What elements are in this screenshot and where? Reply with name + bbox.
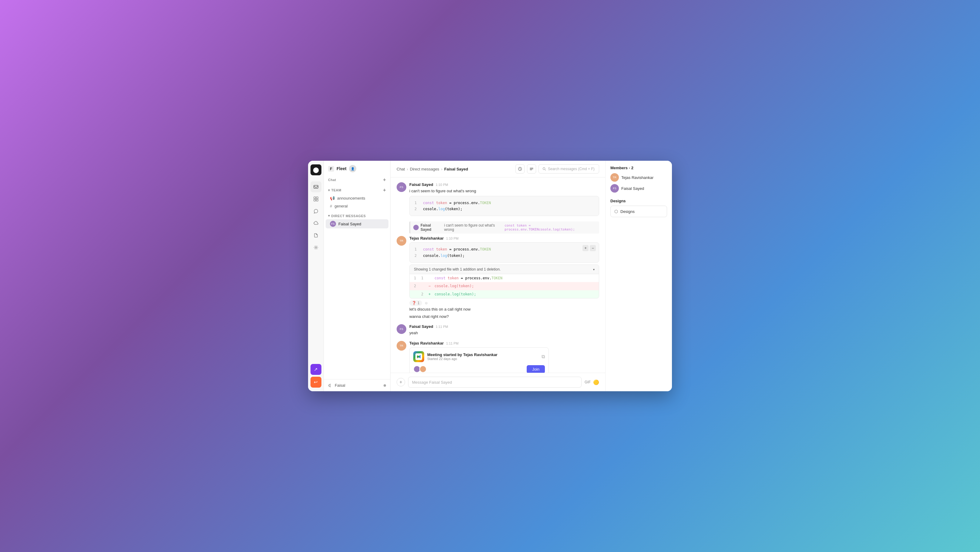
faisal-avatar-2: FS <box>397 324 406 334</box>
plus-btn[interactable]: + <box>582 245 589 251</box>
msg3-text: yeah <box>409 330 599 336</box>
msg4-time: 1:11 PM <box>446 342 458 345</box>
reaction-icon: ❓ <box>412 301 416 305</box>
message-input-field[interactable]: Message Faisal Sayed <box>408 377 582 388</box>
icon-rail: ⬤ ↗ ↩ <box>308 161 324 391</box>
sidebar-item-announcements[interactable]: 📢 announcements <box>326 194 388 202</box>
svg-rect-2 <box>316 197 318 199</box>
diff-sign1 <box>428 275 432 281</box>
workspace-name: Fleet <box>337 166 347 171</box>
header-action-btn-1[interactable] <box>515 164 525 173</box>
sep2: › <box>441 167 442 171</box>
user-avatar-small[interactable]: 👤 <box>349 165 356 172</box>
members-title: Members - 2 <box>610 165 667 170</box>
message-group-1: FS Faisal Sayed 1:10 PM i can't seem to … <box>397 182 599 218</box>
nav-file[interactable] <box>310 230 321 241</box>
sep1: › <box>407 167 408 171</box>
nav-cloud[interactable] <box>310 218 321 229</box>
diff-num1b: 1 <box>421 275 426 281</box>
nav-settings[interactable] <box>310 242 321 253</box>
faisal-label: Faisal Sayed <box>338 222 361 226</box>
quoted-author: Faisal Sayed <box>420 223 441 232</box>
search-messages-bar[interactable]: Search messages (Cmd + F) <box>539 164 599 173</box>
general-icon: # <box>330 204 332 208</box>
dm-section-header: ▾ DIRECT MESSAGES <box>324 213 390 219</box>
search-icon <box>542 167 546 171</box>
tejas-avatar-2: TR <box>397 341 406 351</box>
msg2-time: 1:10 PM <box>446 237 458 240</box>
member-faisal: FS Faisal Sayed <box>610 184 667 192</box>
quoted-code-inline: const token = process.env.TOKENcosole.lo… <box>504 224 596 231</box>
gif-button[interactable]: GIF <box>585 380 591 384</box>
designs-label: Designs <box>620 209 635 214</box>
nav-inbox[interactable] <box>310 181 321 192</box>
copy-meeting-icon[interactable]: ⧉ <box>541 354 545 360</box>
msg2-code: + − 1 const token = process.env.TOKEN 2 … <box>409 242 599 262</box>
meeting-avatars <box>413 366 425 373</box>
dm-chevron: ▾ DIRECT MESSAGES <box>328 214 366 218</box>
sidebar-item-faisal[interactable]: FS Faisal Sayed <box>326 219 388 228</box>
msg3-content: Faisal Sayed 1:11 PM yeah <box>409 324 599 337</box>
breadcrumb-chat: Chat <box>397 167 405 171</box>
chat-section: Chat + <box>324 175 390 185</box>
breadcrumb: Chat › Direct messages › Faisal Sayed <box>397 167 468 171</box>
members-section: Members - 2 TR Tejas Ravishankar FS Fais… <box>610 165 667 192</box>
msg1-code: 1 const token = process.env.TOKEN 2 coso… <box>409 196 599 216</box>
nav-chat[interactable] <box>310 206 321 216</box>
designs-item[interactable]: ⬡ Designs <box>610 206 667 217</box>
add-attachment-button[interactable]: + <box>397 378 405 387</box>
svg-rect-1 <box>314 197 316 199</box>
msg4-author: Tejas Ravishankar <box>409 341 444 345</box>
chat-section-header: Chat + <box>324 176 390 184</box>
add-team-button[interactable]: + <box>383 188 386 193</box>
diff-line-1: 1 1 const token = process.env.TOKEN <box>410 274 599 282</box>
team-section: ▾ TEAM + 📢 announcements # general <box>324 185 390 212</box>
tejas-avatar-right: TR <box>610 173 619 182</box>
reaction-add-icon[interactable]: ☺ <box>425 301 428 305</box>
header-action-btn-2[interactable] <box>527 164 536 173</box>
code-actions: + − <box>582 245 596 251</box>
workspace-badge: F <box>328 166 334 172</box>
diff-num3b: 2 <box>421 291 426 297</box>
logout-button[interactable]: ↩ <box>310 377 321 388</box>
diff-chevron[interactable]: ▾ <box>593 268 595 271</box>
chat-main: Chat › Direct messages › Faisal Sayed Se… <box>391 161 605 391</box>
chat-header-actions: Search messages (Cmd + F) <box>515 164 599 173</box>
msg2-author: Tejas Ravishankar <box>409 236 444 240</box>
emoji-button[interactable]: 🟡 <box>593 379 599 385</box>
status-username: Faisal <box>335 383 345 388</box>
code-content-3: const token = process.env.TOKEN <box>423 246 491 252</box>
message-input-bar: + Message Faisal Sayed GIF 🟡 <box>391 373 605 391</box>
minus-btn[interactable]: − <box>590 245 596 251</box>
diff-code3: console.log(token); <box>434 291 476 297</box>
msg2-content: Tejas Ravishankar 1:10 PM + − 1 const to… <box>409 236 599 321</box>
nav-grid[interactable] <box>310 194 321 204</box>
add-chat-button[interactable]: + <box>383 177 386 183</box>
svg-point-5 <box>315 247 317 248</box>
join-meeting-button[interactable]: Join <box>527 365 545 373</box>
meeting-card-header: Meeting started by Tejas Ravishankar Sta… <box>413 351 545 362</box>
diff-sign3: + <box>428 291 432 297</box>
share-button[interactable]: ↗ <box>310 364 321 375</box>
sidebar-item-general[interactable]: # general <box>326 202 388 210</box>
diff-num2a: 2 <box>414 283 419 289</box>
msg3-header: Faisal Sayed 1:11 PM <box>409 324 599 329</box>
faisal-avatar-right: FS <box>610 184 619 192</box>
message-input-actions: GIF 🟡 <box>585 379 599 385</box>
search-placeholder: Search messages (Cmd + F) <box>548 167 595 171</box>
code-line-3: 1 const token = process.env.TOKEN <box>415 246 594 252</box>
tejas-name: Tejas Ravishankar <box>621 175 654 180</box>
right-sidebar: Members - 2 TR Tejas Ravishankar FS Fais… <box>605 161 672 391</box>
msg2-header: Tejas Ravishankar 1:10 PM <box>409 236 599 240</box>
ln2: 2 <box>415 206 418 212</box>
quoted-text: i can't seem to figure out what's wrong <box>444 223 501 232</box>
msg2-extra2: wanna chat right now? <box>409 313 599 320</box>
meeting-subtitle: Started 22 days ago <box>427 357 498 361</box>
meeting-avatar-2 <box>419 366 426 373</box>
chat-label: Chat <box>328 178 336 182</box>
sidebar: F Fleet 👤 Chat + ▾ TEAM + 📢 announcement… <box>324 161 391 391</box>
msg1-header: Faisal Sayed 1:10 PM <box>409 182 599 187</box>
member-tejas: TR Tejas Ravishankar <box>610 173 667 182</box>
reaction-question[interactable]: ❓ 1 <box>409 300 422 306</box>
meeting-footer: Join <box>413 365 545 373</box>
